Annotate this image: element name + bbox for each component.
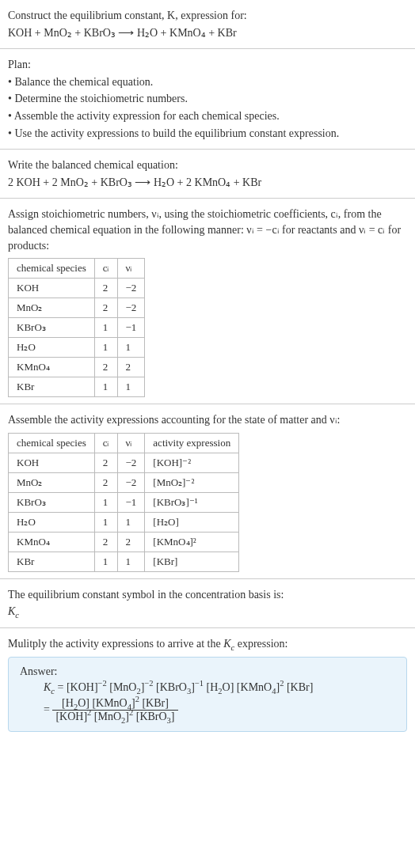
cell: [KBrO₃]⁻¹ (145, 492, 239, 512)
cell: H₂O (9, 512, 95, 532)
stoich-intro: Assign stoichiometric numbers, νᵢ, using… (8, 207, 407, 253)
stoich-table: chemical species cᵢ νᵢ KOH2−2 MnO₂2−2 KB… (8, 258, 145, 397)
cell: 2 (94, 358, 117, 377)
cell: 2 (117, 532, 145, 552)
cell: −1 (117, 318, 145, 338)
cell: [KMnO₄]² (145, 532, 239, 552)
table-row: KBr11 (9, 377, 145, 397)
cell: KBr (9, 377, 95, 397)
cell: −2 (117, 453, 145, 472)
cell: −2 (117, 298, 145, 318)
col-vi: νᵢ (117, 259, 145, 279)
table-row: H₂O11[H₂O] (9, 512, 239, 532)
balanced-eq: 2 KOH + 2 MnO₂ + KBrO₃ ⟶ H₂O + 2 KMnO₄ +… (8, 175, 407, 191)
table-header-row: chemical species cᵢ νᵢ (9, 259, 145, 279)
cell: 1 (117, 377, 145, 397)
symbol-intro: The equilibrium constant symbol in the c… (8, 587, 407, 603)
prompt-line-1: Construct the equilibrium constant, K, e… (8, 8, 407, 24)
fraction-denominator: [KOH]2 [MnO2]2 [KBrO3] (52, 711, 177, 723)
cell: [KBr] (145, 552, 239, 571)
activity-table: chemical species cᵢ νᵢ activity expressi… (8, 433, 239, 572)
cell: 1 (117, 512, 145, 532)
cell: MnO₂ (9, 298, 95, 318)
cell: KBrO₃ (9, 318, 95, 338)
cell: −2 (117, 472, 145, 492)
stoich-section: Assign stoichiometric numbers, νᵢ, using… (0, 199, 415, 404)
cell: 1 (94, 492, 117, 512)
balanced-eq-label: Write the balanced chemical equation: (8, 157, 407, 173)
col-ci: cᵢ (94, 433, 117, 453)
answer-eq-line2: = [H2O] [KMnO4]2 [KBr] [KOH]2 [MnO2]2 [K… (44, 697, 395, 723)
cell: 2 (94, 453, 117, 472)
table-row: KMnO₄22 (9, 358, 145, 377)
cell: KBr (9, 552, 95, 571)
col-vi: νᵢ (117, 433, 145, 453)
activity-intro: Assemble the activity expressions accoun… (8, 412, 407, 428)
col-species: chemical species (9, 433, 95, 453)
text: Construct the equilibrium constant, K, e… (8, 9, 247, 21)
col-activity: activity expression (145, 433, 239, 453)
plan-step: • Determine the stoichiometric numbers. (8, 91, 407, 107)
cell: [KOH]⁻² (145, 453, 239, 472)
cell: 2 (94, 298, 117, 318)
cell: KBrO₃ (9, 492, 95, 512)
multiply-section: Mulitply the activity expressions to arr… (0, 628, 415, 738)
table-row: KOH2−2[KOH]⁻² (9, 453, 239, 472)
table-row: KBrO₃1−1[KBrO₃]⁻¹ (9, 492, 239, 512)
cell: 1 (94, 318, 117, 338)
plan-step: • Use the activity expressions to build … (8, 126, 407, 142)
plan-section: Plan: • Balance the chemical equation. •… (0, 49, 415, 150)
col-ci: cᵢ (94, 259, 117, 279)
multiply-intro: Mulitply the activity expressions to arr… (8, 636, 407, 652)
symbol-section: The equilibrium constant symbol in the c… (0, 579, 415, 628)
table-header-row: chemical species cᵢ νᵢ activity expressi… (9, 433, 239, 453)
cell: 2 (94, 532, 117, 552)
table-row: KBrO₃1−1 (9, 318, 145, 338)
table-row: KOH2−2 (9, 279, 145, 298)
cell: [MnO₂]⁻² (145, 472, 239, 492)
cell: 1 (117, 338, 145, 358)
plan-title: Plan: (8, 57, 407, 73)
cell: 1 (94, 552, 117, 571)
table-row: KMnO₄22[KMnO₄]² (9, 532, 239, 552)
activity-section: Assemble the activity expressions accoun… (0, 404, 415, 579)
plan-step: • Assemble the activity expression for e… (8, 108, 407, 124)
cell: [H₂O] (145, 512, 239, 532)
cell: 2 (94, 279, 117, 298)
cell: 2 (117, 358, 145, 377)
cell: MnO₂ (9, 472, 95, 492)
cell: 1 (94, 512, 117, 532)
answer-eq-line1: Kc = [KOH]−2 [MnO2]−2 [KBrO3]−1 [H2O] [K… (44, 681, 395, 694)
table-row: MnO₂2−2 (9, 298, 145, 318)
equals-sign: = (44, 703, 50, 714)
table-row: MnO₂2−2[MnO₂]⁻² (9, 472, 239, 492)
prompt-section: Construct the equilibrium constant, K, e… (0, 0, 415, 49)
balanced-eq-section: Write the balanced chemical equation: 2 … (0, 150, 415, 199)
fraction: [H2O] [KMnO4]2 [KBr] [KOH]2 [MnO2]2 [KBr… (52, 697, 177, 723)
cell: KMnO₄ (9, 358, 95, 377)
prompt-line-2: KOH + MnO₂ + KBrO₃ ⟶ H₂O + KMnO₄ + KBr (8, 25, 407, 41)
cell: KMnO₄ (9, 532, 95, 552)
plan-step: • Balance the chemical equation. (8, 74, 407, 90)
col-species: chemical species (9, 259, 95, 279)
table-row: H₂O11 (9, 338, 145, 358)
cell: 1 (94, 377, 117, 397)
cell: 1 (117, 552, 145, 571)
cell: KOH (9, 453, 95, 472)
cell: −1 (117, 492, 145, 512)
answer-box: Answer: Kc = [KOH]−2 [MnO2]−2 [KBrO3]−1 … (8, 657, 407, 732)
cell: H₂O (9, 338, 95, 358)
symbol: Kc (8, 604, 407, 620)
text: KOH + MnO₂ + KBrO₃ ⟶ H₂O + KMnO₄ + KBr (8, 27, 237, 39)
cell: KOH (9, 279, 95, 298)
cell: 2 (94, 472, 117, 492)
fraction-numerator: [H2O] [KMnO4]2 [KBr] (52, 697, 177, 711)
table-row: KBr11[KBr] (9, 552, 239, 571)
answer-label: Answer: (20, 665, 395, 678)
cell: 1 (94, 338, 117, 358)
cell: −2 (117, 279, 145, 298)
